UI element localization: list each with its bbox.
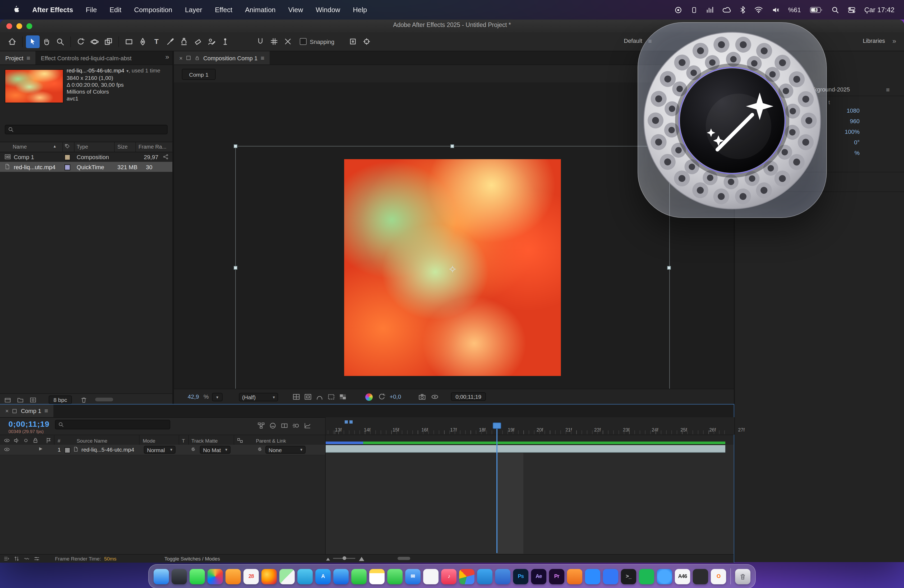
solo-icon[interactable]	[23, 437, 29, 445]
photos[interactable]	[207, 569, 223, 584]
menubar-menu[interactable]: Edit	[110, 6, 122, 14]
tab-project[interactable]: Project≡	[0, 51, 36, 65]
wave-icon[interactable]	[24, 556, 30, 563]
spotify[interactable]	[639, 569, 654, 584]
mail[interactable]: ✉	[405, 569, 420, 584]
property-value[interactable]: %	[842, 150, 860, 160]
layer-color-swatch[interactable]	[65, 447, 70, 453]
table-row-comp1[interactable]: Comp 1 Composition 29,97	[0, 152, 172, 162]
column-number[interactable]: #	[58, 438, 60, 444]
calculator[interactable]	[226, 569, 241, 584]
snap-magnet-icon[interactable]	[253, 35, 267, 48]
anchor-point[interactable]	[449, 265, 456, 271]
terminal[interactable]: >_	[621, 569, 636, 584]
tab-overflow-icon[interactable]: »	[166, 51, 172, 65]
zoom-out-timeline-icon[interactable]	[326, 556, 330, 562]
menubar-menu[interactable]: Help	[353, 6, 367, 14]
premiere[interactable]: Pr	[549, 569, 564, 584]
column-frame-rate[interactable]: Frame Ra...	[139, 144, 166, 150]
messages[interactable]	[190, 569, 205, 584]
launchpad[interactable]	[172, 569, 187, 584]
mute-icon[interactable]	[772, 6, 779, 13]
footage-thumbnail[interactable]	[5, 69, 63, 103]
sort-caret-icon[interactable]: ▲	[53, 144, 57, 148]
blend-mode-dropdown[interactable]: Normal▾	[144, 446, 175, 454]
property-value[interactable]: 1080	[842, 107, 860, 118]
hide-shy-layers-icon[interactable]	[269, 422, 277, 432]
selection-tool[interactable]	[26, 35, 40, 48]
menubar-menu[interactable]: File	[86, 6, 97, 14]
chrome[interactable]	[459, 569, 474, 584]
type-tool[interactable]: T	[150, 35, 163, 48]
blue-circle-app[interactable]	[657, 569, 672, 584]
current-timecode[interactable]: 0;00;11;19	[8, 419, 49, 428]
rotation-tool[interactable]	[74, 35, 88, 48]
toolbar-option-icon-1[interactable]	[346, 35, 360, 48]
label-flag-icon[interactable]	[46, 437, 52, 445]
new-composition-icon[interactable]	[30, 396, 36, 406]
snapping-checkbox[interactable]	[300, 38, 307, 45]
transparency-grid-icon[interactable]	[339, 393, 347, 403]
app-store[interactable]: A	[315, 569, 331, 584]
column-parent-link[interactable]: Parent & Link	[256, 438, 286, 444]
blender[interactable]	[567, 569, 582, 584]
exposure-value[interactable]: +0,0	[390, 394, 401, 400]
label-color-chip[interactable]	[65, 164, 70, 170]
layer-expander-icon[interactable]: ▶	[39, 446, 42, 451]
frame-blending-icon[interactable]	[281, 422, 288, 432]
libraries-label[interactable]: Libraries	[863, 38, 885, 44]
timeline-search-input[interactable]	[66, 421, 167, 428]
layer-row[interactable]: ▶ 1 red-liq...5-46-utc.mp4 Normal▾ No Ma…	[0, 445, 325, 455]
graph-editor-icon[interactable]	[304, 422, 311, 432]
menubar-menu[interactable]: Composition	[134, 6, 172, 14]
color-channels-icon[interactable]	[365, 394, 373, 401]
vscode[interactable]	[477, 569, 492, 584]
new-folder-icon[interactable]	[17, 396, 24, 406]
control-center-icon[interactable]	[848, 6, 855, 13]
label-column-icon[interactable]	[65, 143, 70, 150]
column-mode[interactable]: Mode	[143, 438, 155, 444]
tab-timeline-comp1[interactable]: × Comp 1 ≡	[0, 405, 54, 417]
notes[interactable]	[369, 569, 385, 584]
sliders-icon[interactable]	[34, 556, 40, 563]
snap-edges-icon[interactable]	[281, 35, 294, 48]
track-matte-dropdown[interactable]: No Mat▾	[200, 446, 231, 454]
track-area[interactable]	[326, 445, 734, 554]
footage-filename[interactable]: red-liq...-05-46-utc.mp4	[66, 67, 124, 74]
region-of-interest-icon[interactable]	[327, 393, 335, 403]
menubar-menu[interactable]: Animation	[245, 6, 276, 14]
lock-column-icon[interactable]	[32, 437, 39, 445]
grid-options-icon[interactable]	[292, 393, 300, 403]
table-row-footage[interactable]: red-liq...utc.mp4 QuickTime 321 MB 30	[0, 162, 172, 172]
zoom-in-timeline-icon[interactable]	[359, 555, 365, 563]
mask-toggle-icon[interactable]	[316, 393, 324, 403]
property-value[interactable]: 100%	[842, 128, 860, 139]
timeline-search[interactable]	[55, 420, 170, 429]
column-size[interactable]: Size	[117, 144, 128, 150]
battery-icon[interactable]	[810, 6, 823, 13]
audio-icon[interactable]	[13, 437, 19, 445]
maps[interactable]	[280, 569, 295, 584]
comp-breadcrumb-chip[interactable]: Comp 1	[182, 69, 216, 80]
property-value[interactable]: 960	[842, 118, 860, 128]
column-name[interactable]: Name	[13, 144, 27, 150]
menubar-menu[interactable]: Layer	[185, 6, 202, 14]
whatsapp[interactable]	[351, 569, 367, 584]
telegram[interactable]	[297, 569, 313, 584]
pan-behind-tool[interactable]	[101, 35, 115, 48]
finder[interactable]	[153, 569, 169, 584]
clone-stamp-tool[interactable]	[177, 35, 191, 48]
parent-pickwhip-icon[interactable]	[257, 446, 263, 453]
selection-handle[interactable]	[667, 266, 671, 270]
layer-eye-icon[interactable]	[4, 446, 10, 454]
matte-pickwhip-icon[interactable]	[190, 446, 196, 453]
dark-app[interactable]	[693, 569, 708, 584]
zoom[interactable]	[585, 569, 600, 584]
panel-menu-icon[interactable]: ≡	[27, 54, 30, 62]
wifi-icon[interactable]	[754, 6, 763, 13]
snap-grid-icon[interactable]	[267, 35, 281, 48]
show-snapshot-icon[interactable]	[431, 393, 439, 403]
panel-menu-icon[interactable]: ≡	[44, 407, 48, 414]
selection-handle[interactable]	[234, 266, 237, 270]
close-tab-icon[interactable]: ×	[179, 55, 183, 61]
